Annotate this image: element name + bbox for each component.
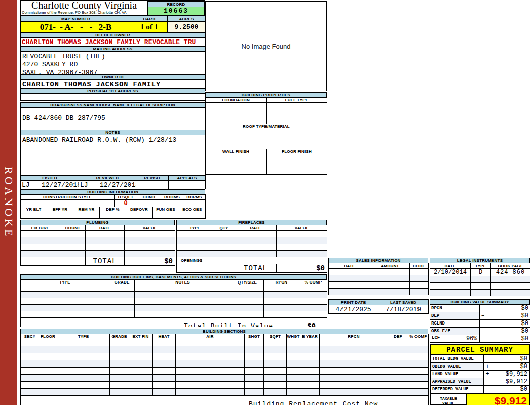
column-header: % COMP xyxy=(299,280,327,285)
empty-cell xyxy=(176,353,245,360)
empty-row xyxy=(21,212,206,219)
empty-cell xyxy=(235,231,277,237)
empty-cell xyxy=(320,382,388,389)
column-header: EXT FIN xyxy=(129,334,153,339)
empty-row xyxy=(430,290,530,296)
parcel-summary-row: OBLDG VALUE +$0 xyxy=(431,363,529,371)
empty-cell xyxy=(408,389,429,396)
empty-cell xyxy=(177,264,235,273)
parcel-summary-row: APPRAISED VALUE $9,912 xyxy=(431,378,529,386)
physical-911-value xyxy=(20,93,205,101)
reviewed-value: LJ 12/27/2018 xyxy=(79,181,136,189)
map-header-row: MAP NUMBER CARD ACRES xyxy=(21,16,206,22)
empty-cell xyxy=(39,353,57,360)
deeded-owner-value: CHARLTON THOMAS JACKSON FAMILY REVOCABLE… xyxy=(20,37,205,47)
empty-cell xyxy=(21,346,39,353)
empty-cell xyxy=(329,275,370,282)
empty-cell xyxy=(176,382,245,389)
built-ins-total-value: $0 xyxy=(307,322,316,327)
plumbing-total-value: $0 xyxy=(125,257,175,266)
empty-cell xyxy=(277,237,327,244)
value-summary-value: $0 xyxy=(521,335,530,342)
review-table: LISTED REVIEWED REVISIT APPEALS LJ 12/27… xyxy=(20,175,206,189)
empty-cell xyxy=(300,360,320,368)
print-date-label: PRINT DATE xyxy=(329,300,378,305)
empty-cell xyxy=(86,231,125,237)
column-header: COUNT xyxy=(60,225,86,231)
empty-cell xyxy=(299,305,327,311)
empty-cell xyxy=(370,289,410,295)
column-header: VALUE xyxy=(277,225,327,231)
last-saved-value: 7/18/2019 xyxy=(378,305,429,314)
value-summary-value: $0 xyxy=(521,328,530,335)
empty-cell xyxy=(129,339,153,346)
map-value-row: 071- - A- - - 2-B 1 of 1 9.2500 xyxy=(21,22,206,33)
empty-cell xyxy=(408,353,429,360)
column-header: DATE xyxy=(430,263,471,269)
empty-cell xyxy=(388,353,408,360)
parcel-summary-table: TOTAL BLDG VALUE $0 OBLDG VALUE +$0 LAND… xyxy=(431,355,529,393)
notes-block: ABANDONED RAILROAD R.O.W. (RCW) 1/28/13 xyxy=(20,135,205,175)
empty-cell xyxy=(300,375,320,382)
empty-cell xyxy=(471,276,491,283)
empty-row xyxy=(21,244,175,251)
empty-cell xyxy=(370,269,410,275)
floor-finish-value xyxy=(267,154,327,175)
empty-cell xyxy=(287,389,300,396)
empty-cell xyxy=(109,298,135,305)
empty-row xyxy=(430,276,530,283)
empty-cell xyxy=(491,290,530,296)
column-header: ROOMS xyxy=(161,195,183,200)
empty-cell xyxy=(110,346,129,353)
empty-cell xyxy=(231,292,264,298)
empty-cell xyxy=(213,237,235,244)
empty-row xyxy=(329,289,429,295)
empty-row xyxy=(21,237,175,244)
empty-cell xyxy=(491,283,530,290)
empty-row xyxy=(21,382,429,389)
empty-cell xyxy=(300,368,320,375)
column-header: SEC# xyxy=(21,334,39,339)
column-header: TYPE xyxy=(57,334,110,339)
parcel-summary-title: PARCEL SUMMARY xyxy=(431,345,529,355)
value-summary-row: DEP –$0 xyxy=(430,312,530,320)
empty-cell xyxy=(21,257,86,266)
mailing-line: REVOCABLE TRUST (THE) xyxy=(22,53,205,61)
empty-cell xyxy=(300,382,320,389)
empty-cell xyxy=(57,346,110,353)
empty-cell xyxy=(179,212,206,219)
empty-cell xyxy=(235,251,277,257)
empty-cell xyxy=(410,275,429,282)
legal-header-row: DATE TYPE BOOK PAGE xyxy=(430,263,530,269)
column-header: CODE xyxy=(410,263,429,269)
empty-cell xyxy=(125,244,175,251)
empty-cell xyxy=(109,311,135,318)
empty-cell xyxy=(213,257,235,264)
empty-cell xyxy=(299,311,327,318)
empty-cell xyxy=(86,244,125,251)
empty-cell xyxy=(57,375,110,382)
empty-cell xyxy=(471,290,491,296)
empty-cell xyxy=(213,231,235,237)
empty-cell xyxy=(388,346,408,353)
built-ins-header-row: TYPE GRADE NOTES QTY/SIZE RPCN % COMP xyxy=(21,280,327,285)
empty-cell xyxy=(264,311,299,318)
foundation-value xyxy=(206,103,267,124)
empty-cell xyxy=(153,382,176,389)
empty-cell xyxy=(129,375,153,382)
legal-type: D xyxy=(471,269,491,276)
empty-cell xyxy=(388,360,408,368)
plumbing-header-row: FIXTURE COUNT RATE VALUE xyxy=(21,225,175,231)
column-header: RATE xyxy=(86,225,125,231)
parcel-label: DEFERRED VALUE xyxy=(431,386,484,393)
fireplaces-total-label: TOTAL xyxy=(235,264,277,273)
empty-cell xyxy=(287,382,300,389)
empty-cell xyxy=(410,282,429,289)
revisit-label: REVISIT xyxy=(136,176,169,181)
empty-cell xyxy=(277,231,327,237)
empty-cell xyxy=(39,360,57,368)
empty-cell xyxy=(299,292,327,298)
column-header: EFF YR xyxy=(47,207,73,212)
empty-row xyxy=(21,305,327,311)
value-summary-row: RPCN $0 xyxy=(430,305,530,312)
